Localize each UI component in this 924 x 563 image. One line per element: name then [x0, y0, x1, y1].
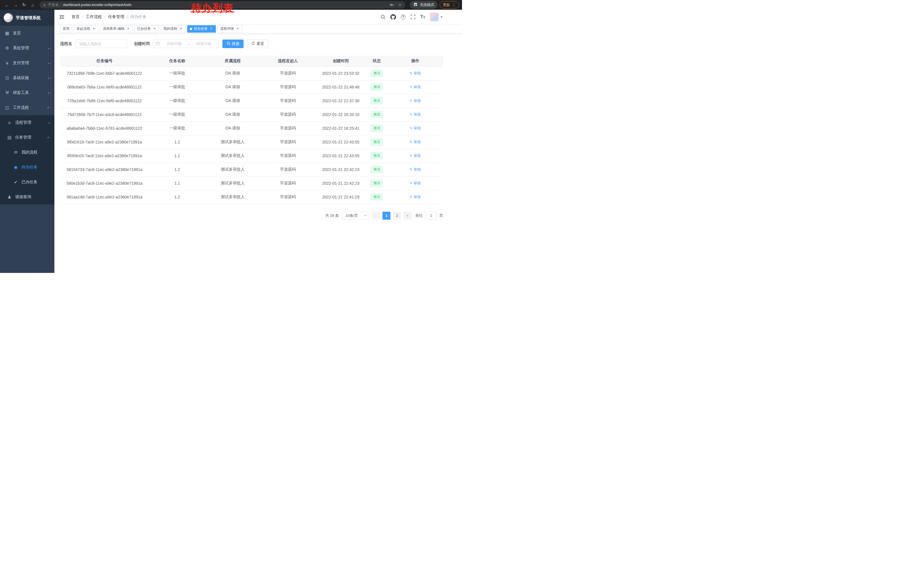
- fullscreen-icon[interactable]: [411, 14, 416, 20]
- sidebar-item-leave-query[interactable]: ♟ 请假查询: [0, 189, 54, 204]
- cell-name: 1.1: [149, 176, 206, 190]
- status-badge: 激活: [370, 70, 383, 77]
- github-icon[interactable]: [390, 14, 396, 20]
- cell-action: ✎审批: [388, 176, 443, 190]
- page-button-2[interactable]: 2: [393, 212, 401, 220]
- help-icon[interactable]: ?: [401, 15, 406, 20]
- key-icon[interactable]: [390, 3, 394, 7]
- logo-avatar: [4, 13, 13, 23]
- cell-action: ✎审批: [388, 108, 443, 122]
- cell-action: ✎审批: [388, 94, 443, 108]
- security-label[interactable]: 不安全: [48, 3, 59, 8]
- approve-link[interactable]: ✎审批: [410, 181, 421, 186]
- approve-link[interactable]: ✎审批: [410, 153, 421, 158]
- page-button-1[interactable]: 1: [382, 212, 390, 220]
- tasks-icon: ▤: [7, 135, 12, 140]
- approve-link[interactable]: ✎审批: [410, 126, 421, 131]
- sidebar: 芋道管理系统 ▦ 首页 ⚙ 系统管理 ¥ 支付管理 ⊡ 基础设施 ⚒ 研发工具 …: [0, 10, 54, 273]
- tab-close-icon[interactable]: ×: [179, 27, 183, 31]
- tab-home[interactable]: 首页: [60, 25, 72, 33]
- cell-status: 激活: [366, 176, 388, 190]
- cell-name: 1.2: [149, 135, 206, 149]
- cell-name: 1.1: [149, 149, 206, 163]
- search-icon[interactable]: [380, 14, 386, 20]
- approve-link[interactable]: ✎审批: [410, 71, 421, 76]
- sidebar-item-devtools[interactable]: ⚒ 研发工具: [0, 86, 54, 100]
- update-button[interactable]: 更新 ⋮: [440, 1, 459, 9]
- tab-todo-task[interactable]: 待办任务×: [187, 25, 216, 33]
- approve-link[interactable]: ✎审批: [410, 98, 421, 104]
- breadcrumb-item[interactable]: 首页: [72, 14, 80, 20]
- sidebar-item-todo-task[interactable]: ◉ 待办任务: [0, 160, 54, 175]
- dashboard-icon: ▦: [4, 31, 10, 36]
- workflow-icon: ◫: [4, 105, 10, 110]
- cell-status: 激活: [366, 94, 388, 108]
- tab-start-process[interactable]: 发起流程×: [74, 25, 99, 33]
- status-badge: 激活: [370, 84, 383, 90]
- cell-action: ✎审批: [388, 190, 443, 204]
- bookmark-star-icon[interactable]: ☆: [398, 2, 402, 8]
- cell-id: 580e1b3d-7ac8-11ec-a9e2-a2380e71991a: [60, 176, 149, 190]
- app-logo[interactable]: 芋道管理系统: [0, 10, 54, 26]
- next-page-button[interactable]: ›: [404, 212, 412, 220]
- breadcrumb-separator: /: [127, 15, 128, 19]
- tab-close-icon[interactable]: ×: [236, 27, 240, 31]
- sidebar-item-my-process[interactable]: ✉ 我的流程: [0, 145, 54, 160]
- hamburger-icon[interactable]: [59, 14, 65, 20]
- tab-done-task[interactable]: 已办任务×: [135, 25, 159, 33]
- home-icon[interactable]: ⌂: [28, 1, 37, 9]
- page-size-select[interactable]: 10条/页: [343, 212, 369, 220]
- search-button[interactable]: 搜索: [222, 39, 244, 48]
- cell-process: 测试多审批人: [206, 149, 260, 163]
- tab-close-icon[interactable]: ×: [153, 27, 157, 31]
- avatar[interactable]: [430, 13, 438, 21]
- tags-bar: 首页发起流程×流程表单-编辑×已办任务×我的流程×待办任务×流程详情×: [54, 24, 462, 34]
- sidebar-item-home[interactable]: ▦ 首页: [0, 26, 54, 41]
- cell-starter: 芋道源码: [260, 190, 316, 204]
- back-arrow-icon[interactable]: ←: [3, 1, 11, 9]
- tab-my-process[interactable]: 我的流程×: [161, 25, 186, 33]
- sidebar-item-done-task[interactable]: ✔ 已办任务: [0, 175, 54, 189]
- sidebar-item-infra[interactable]: ⊡ 基础设施: [0, 71, 54, 86]
- cell-starter: 芋道源码: [260, 94, 316, 108]
- goto-page-input[interactable]: [425, 212, 437, 220]
- font-size-icon[interactable]: TT: [420, 15, 425, 19]
- cell-action: ✎审批: [388, 163, 443, 176]
- prev-page-button[interactable]: ‹: [372, 212, 380, 220]
- sidebar-item-process-mgmt[interactable]: ≡ 流程管理: [0, 115, 54, 130]
- sidebar-item-payment[interactable]: ¥ 支付管理: [0, 56, 54, 71]
- tab-process-detail[interactable]: 流程详情×: [218, 25, 242, 33]
- tab-close-icon[interactable]: ×: [209, 27, 213, 31]
- breadcrumb-item: 待办任务: [130, 14, 147, 20]
- browser-menu-icon[interactable]: ⋮: [452, 3, 456, 7]
- sidebar-item-workflow[interactable]: ◫ 工作流程: [0, 100, 54, 115]
- process-name-input[interactable]: [76, 39, 127, 48]
- status-badge: 激活: [370, 98, 383, 104]
- tab-close-icon[interactable]: ×: [126, 27, 130, 31]
- forward-arrow-icon[interactable]: →: [12, 1, 20, 9]
- cell-time: 2022-01-22 21:48:48: [316, 80, 366, 94]
- refresh-icon[interactable]: ↻: [20, 1, 28, 9]
- cell-action: ✎审批: [388, 122, 443, 135]
- sidebar-item-task-mgmt[interactable]: ▤ 任务管理: [0, 130, 54, 145]
- user-menu[interactable]: ▼: [430, 13, 443, 21]
- update-label: 更新: [443, 3, 450, 8]
- approve-link[interactable]: ✎审批: [410, 140, 421, 145]
- incognito-icon: [413, 2, 418, 8]
- approve-link[interactable]: ✎审批: [410, 112, 421, 117]
- process-name-label: 流程名: [60, 41, 72, 47]
- breadcrumb-item[interactable]: 任务管理: [108, 14, 124, 20]
- url-text[interactable]: dashboard.yudao.iocoder.cn/bpm/task/todo: [63, 3, 131, 7]
- breadcrumb-item[interactable]: 工作流程: [86, 14, 102, 20]
- approve-link[interactable]: ✎审批: [410, 84, 421, 90]
- start-date-placeholder[interactable]: 开始日期: [162, 41, 186, 47]
- cell-id: 8f0d1619-7ac8-11ec-a9e2-a2380e71991a: [60, 135, 149, 149]
- reset-button[interactable]: 重置: [247, 39, 268, 48]
- sidebar-item-system[interactable]: ⚙ 系统管理: [0, 41, 54, 56]
- tab-form-edit[interactable]: 流程表单-编辑×: [100, 25, 133, 33]
- approve-link[interactable]: ✎审批: [410, 167, 421, 172]
- approve-link[interactable]: ✎审批: [410, 194, 421, 200]
- end-date-placeholder[interactable]: 结束日期: [192, 41, 216, 47]
- date-range-picker[interactable]: 开始日期 - 结束日期: [153, 39, 219, 48]
- tab-close-icon[interactable]: ×: [92, 27, 96, 31]
